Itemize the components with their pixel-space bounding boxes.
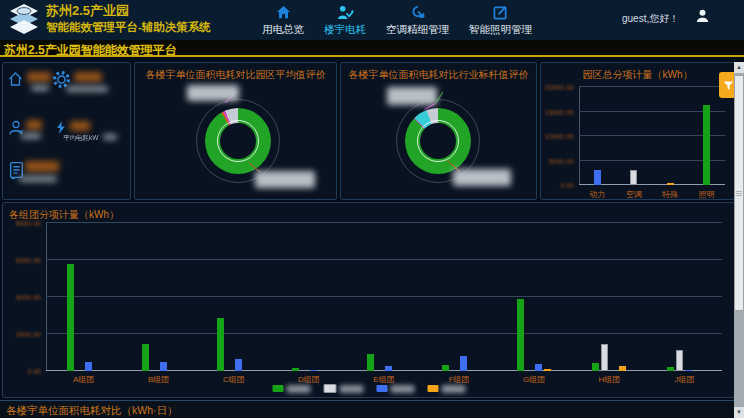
kpi-value-blurred [25, 161, 59, 172]
app-header: 苏州2.5产业园 智能能效管理平台-辅助决策系统 用电总览 楼宇电耗 空调精细管… [0, 0, 744, 40]
bar [517, 299, 524, 371]
bar-group [689, 87, 726, 185]
y-axis-label: 0.00 [560, 182, 574, 189]
bar [667, 183, 674, 185]
y-axis-label: 8000.00 [16, 220, 41, 227]
y-axis-label: 4000.00 [16, 294, 41, 301]
chart-legend [272, 384, 465, 393]
x-axis-label: B组团 [121, 374, 196, 385]
bar [594, 170, 601, 185]
bar [535, 364, 542, 371]
y-axis-label: 0.00 [27, 368, 41, 375]
nav-label: 楼宇电耗 [324, 23, 366, 37]
bar [703, 105, 710, 185]
kpi-value-blurred [70, 121, 90, 131]
page-title-banner: 苏州2.5产业园智能能效管理平台 [0, 40, 744, 57]
bar [619, 366, 626, 371]
bar [630, 170, 637, 185]
donut-panel-industry-benchmark: 各楼宇单位面积电耗对比行业标杆值评价 [340, 62, 537, 200]
x-axis-label: 特殊 [652, 189, 689, 200]
x-axis-label: G组团 [497, 374, 572, 385]
nav-item-power-overview[interactable]: 用电总览 [262, 4, 304, 37]
home-icon [7, 71, 24, 91]
bar-group [652, 87, 689, 185]
nav-item-lighting-management[interactable]: 智能照明管理 [469, 4, 532, 37]
callout-label-blurred [387, 87, 437, 105]
legend-swatch [427, 385, 438, 392]
x-axis-label: 空调 [616, 189, 653, 200]
legend-item [323, 384, 363, 393]
bar [667, 367, 674, 371]
y-axis-label: 20000.00 [545, 84, 574, 91]
x-axis-labels: 动力空调特殊照明 [579, 189, 725, 200]
vertical-scrollbar[interactable]: ▲ ▼ [734, 62, 744, 418]
nav-item-building-power[interactable]: 楼宇电耗 [324, 4, 366, 37]
footer-section-title: 各楼宇单位面积电耗对比（kWh·日） [6, 404, 178, 416]
bar-group [579, 87, 616, 185]
bar [685, 370, 692, 371]
edit-square-icon [493, 4, 508, 21]
callout-label-blurred [453, 169, 511, 186]
nav-label: 用电总览 [262, 23, 304, 37]
bar-group [46, 223, 121, 371]
bar [160, 362, 167, 371]
bar [676, 350, 683, 371]
donut-panel-park-average: 各楼宇单位面积电耗对比园区平均值评价 [134, 62, 337, 200]
bar-group [422, 223, 497, 371]
main-nav: 用电总览 楼宇电耗 空调精细管理 智能照明管理 [262, 4, 532, 37]
legend-swatch [376, 385, 387, 392]
home-icon [276, 4, 291, 21]
legend-label-blurred [441, 385, 465, 393]
y-axis-label: 10000.00 [545, 133, 574, 140]
scrollbar-thumb[interactable] [734, 75, 744, 311]
kpi-subtext-blurred [21, 133, 41, 139]
donut-inner-ring [217, 120, 259, 162]
bar [142, 344, 149, 371]
bar-group [346, 223, 421, 371]
bar [592, 363, 599, 371]
legend-label-blurred [286, 385, 310, 393]
bar-group [647, 223, 722, 371]
app-title: 苏州2.5产业园 智能能效管理平台-辅助决策系统 [46, 3, 211, 35]
bar [385, 366, 392, 371]
x-axis-label: H组团 [572, 374, 647, 385]
bar [292, 368, 299, 371]
kpi-subtext-blurred [103, 134, 117, 140]
legend-item [376, 384, 414, 393]
kpi-subtext-blurred [66, 86, 108, 92]
bar-group [121, 223, 196, 371]
cluster-breakdown-panel: 各组团分项计量（kWh） 0.002000.004000.006000.0080… [2, 202, 735, 398]
bar [85, 362, 92, 371]
user-account-icon[interactable] [696, 9, 709, 27]
bar [235, 359, 242, 371]
plot-area [579, 87, 725, 185]
footer-section-bar: 各楼宇单位面积电耗对比（kWh·日） [0, 400, 744, 418]
bar [310, 370, 317, 371]
bar-group [196, 223, 271, 371]
bar-group [616, 87, 653, 185]
scroll-down-arrow-icon[interactable]: ▼ [734, 407, 744, 418]
bar-group [572, 223, 647, 371]
kpi-subtext-blurred [31, 85, 49, 91]
x-axis-label: C组团 [196, 374, 271, 385]
plot-area [46, 223, 722, 371]
scroll-up-arrow-icon[interactable]: ▲ [734, 62, 744, 73]
kpi-value-blurred [74, 72, 102, 82]
bar-group [497, 223, 572, 371]
kpi-value-blurred [26, 120, 42, 130]
kpi-value-blurred [27, 72, 51, 82]
nav-item-hvac-management[interactable]: 空调精细管理 [386, 4, 449, 37]
bar-group [271, 223, 346, 371]
legend-swatch [323, 384, 336, 393]
y-axis-label: 5000.00 [549, 157, 574, 164]
bar [442, 365, 449, 371]
bar [544, 369, 551, 371]
panel-title: 各楼宇单位面积电耗对比园区平均值评价 [135, 63, 336, 82]
bar [460, 356, 467, 371]
user-greeting: guest,您好！ [622, 12, 679, 26]
page-title: 苏州2.5产业园智能能效管理平台 [4, 43, 177, 57]
y-axis-labels: 0.005000.0010000.0015000.0020000.00 [541, 87, 577, 185]
kpi-label: 平均电耗kW [63, 134, 98, 143]
legend-label-blurred [390, 385, 414, 393]
panel-title: 各组团分项计量（kWh） [3, 203, 734, 222]
